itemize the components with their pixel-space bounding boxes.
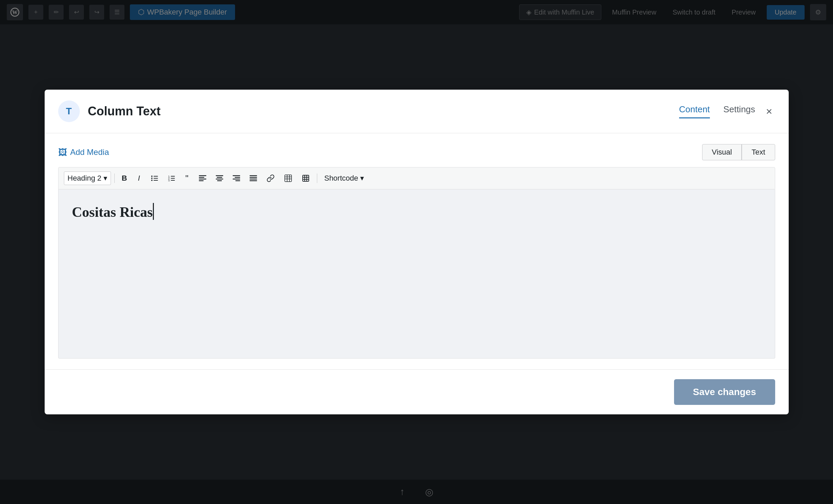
align-center-button[interactable] — [212, 173, 227, 184]
svg-rect-9 — [171, 176, 175, 177]
svg-rect-15 — [199, 177, 204, 178]
svg-rect-14 — [199, 175, 206, 176]
svg-rect-16 — [199, 179, 206, 180]
svg-rect-30 — [285, 175, 292, 182]
ordered-list-button[interactable]: 1.2.3. — [164, 172, 179, 184]
editor-formatting-toolbar: Heading 2 ▾ B I 1.2.3. " — [58, 167, 775, 189]
modal-type-icon: T — [58, 100, 80, 122]
tab-content[interactable]: Content — [679, 104, 710, 118]
editor-content-area[interactable]: Cositas Ricas — [58, 189, 775, 359]
add-media-button[interactable]: 🖼 Add Media — [58, 144, 109, 160]
blockquote-button[interactable]: " — [181, 171, 193, 185]
modal-title: Column Text — [88, 104, 671, 118]
svg-text:3.: 3. — [168, 179, 170, 182]
text-cursor — [153, 203, 154, 220]
add-media-icon: 🖼 — [58, 147, 67, 158]
column-text-modal: T Column Text Content Settings × 🖼 Add M… — [45, 90, 789, 414]
svg-point-6 — [151, 180, 153, 181]
modal-header: T Column Text Content Settings × — [45, 90, 789, 133]
unordered-list-button[interactable] — [147, 172, 162, 184]
svg-rect-29 — [250, 180, 257, 181]
svg-rect-26 — [250, 175, 257, 176]
align-right-button[interactable] — [229, 173, 244, 184]
svg-rect-18 — [216, 175, 223, 176]
svg-rect-3 — [154, 176, 158, 177]
heading-select[interactable]: Heading 2 ▾ — [64, 171, 111, 185]
svg-rect-27 — [250, 177, 257, 178]
svg-rect-22 — [233, 175, 240, 176]
text-view-button[interactable]: Text — [742, 144, 775, 160]
editor-toolbar-top: 🖼 Add Media Visual Text — [58, 144, 775, 160]
svg-rect-7 — [154, 180, 158, 181]
modal-overlay: T Column Text Content Settings × 🖼 Add M… — [0, 0, 833, 504]
tab-settings[interactable]: Settings — [723, 104, 755, 118]
editor-heading-text: Cositas Ricas — [72, 203, 761, 220]
svg-rect-35 — [303, 175, 309, 181]
modal-footer: Save changes — [45, 369, 789, 414]
svg-point-4 — [151, 178, 153, 179]
svg-rect-20 — [216, 179, 223, 180]
bold-button[interactable]: B — [118, 171, 131, 185]
heading-dropdown-icon: ▾ — [103, 174, 107, 183]
shortcode-button[interactable]: Shortcode ▾ — [321, 171, 368, 185]
svg-rect-19 — [217, 177, 222, 178]
svg-rect-17 — [199, 180, 204, 181]
modal-tabs: Content Settings — [679, 104, 755, 118]
svg-rect-25 — [235, 180, 240, 181]
svg-point-2 — [151, 176, 153, 177]
save-changes-button[interactable]: Save changes — [674, 379, 775, 405]
svg-rect-23 — [235, 177, 240, 178]
svg-rect-5 — [154, 178, 158, 179]
italic-button[interactable]: I — [133, 171, 145, 185]
table-button[interactable] — [280, 172, 296, 185]
svg-rect-24 — [233, 179, 240, 180]
fullscreen-button[interactable] — [298, 172, 314, 185]
view-toggle: Visual Text — [702, 144, 775, 160]
modal-body: 🖼 Add Media Visual Text Heading 2 ▾ B — [45, 133, 789, 369]
align-left-button[interactable] — [195, 173, 210, 184]
svg-rect-21 — [217, 180, 222, 181]
toolbar-divider-1 — [114, 174, 115, 183]
modal-close-button[interactable]: × — [763, 103, 775, 119]
svg-rect-28 — [250, 179, 257, 180]
svg-rect-13 — [171, 180, 175, 181]
link-button[interactable] — [263, 172, 278, 185]
align-justify-button[interactable] — [246, 173, 261, 184]
svg-rect-11 — [171, 178, 175, 179]
toolbar-divider-2 — [317, 174, 317, 183]
visual-view-button[interactable]: Visual — [702, 144, 742, 160]
